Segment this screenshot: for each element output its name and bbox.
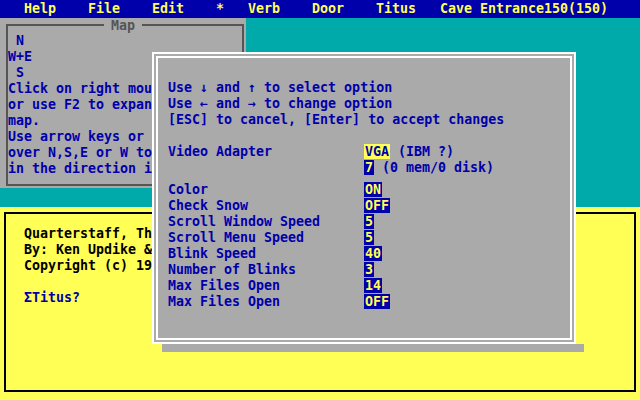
option-label: Number of Blinks	[168, 262, 296, 277]
option-value[interactable]: 3	[364, 262, 374, 277]
menu-item[interactable]: Cave Entrance	[440, 1, 544, 17]
dialog-instructions: Use ↓ and ↑ to select option Use ← and →…	[168, 80, 504, 128]
dialog-instruction-line: Use ← and → to change option	[168, 96, 504, 112]
option-suffix: (0 mem/0 disk)	[374, 160, 494, 175]
dialog-shadow	[162, 344, 584, 352]
option-value-group: 40	[364, 246, 382, 262]
option-value[interactable]: 5	[364, 230, 374, 245]
map-help-line: Use arrow keys or	[8, 129, 152, 145]
option-value-group: OFF	[364, 198, 390, 214]
menu-item[interactable]: Edit	[152, 1, 184, 17]
option-row[interactable]: Scroll Window Speed 5	[154, 214, 574, 230]
compass-north[interactable]: N	[8, 33, 24, 49]
map-help-line: or use F2 to expan	[8, 97, 152, 113]
menu-bar: Help File Edit * Verb Door Titus Cave En…	[0, 0, 640, 18]
option-row[interactable]: Max Files Open 14	[154, 278, 574, 294]
option-row[interactable]: Video Adapter VGA (IBM ?)	[154, 144, 574, 160]
option-value[interactable]: OFF	[364, 294, 390, 309]
menu-item[interactable]: Help	[24, 1, 56, 17]
option-row[interactable]: Max Files Open OFF	[154, 294, 574, 310]
map-window-title: Map	[104, 18, 142, 34]
option-suffix: (IBM ?)	[390, 144, 454, 159]
option-label: Max Files Open	[168, 294, 280, 309]
option-value[interactable]: 5	[364, 214, 374, 229]
compass-south[interactable]: S	[8, 65, 24, 81]
option-value[interactable]: 7	[364, 160, 374, 175]
option-value-group: VGA (IBM ?)	[364, 144, 454, 160]
option-label: Color	[168, 182, 208, 197]
message-line: Copyright (c) 1988	[24, 258, 168, 274]
option-value-group: 14	[364, 278, 382, 294]
option-row[interactable]: 7 (0 mem/0 disk)	[154, 160, 574, 176]
message-line: Quarterstaff, The	[24, 226, 168, 242]
option-label: Check Snow	[168, 198, 248, 213]
command-prompt[interactable]: ΣTitus?	[24, 290, 80, 306]
menu-item[interactable]: *	[216, 1, 224, 17]
option-value-group: 5	[364, 230, 374, 246]
dialog-instruction-line: Use ↓ and ↑ to select option	[168, 80, 504, 96]
option-row[interactable]: Check Snow OFF	[154, 198, 574, 214]
map-help-line: in the direction i	[8, 161, 152, 177]
option-label: Scroll Window Speed	[168, 214, 320, 229]
option-label: Video Adapter	[168, 144, 272, 159]
option-row[interactable]: Blink Speed 40	[154, 246, 574, 262]
option-value-group: OFF	[364, 294, 390, 310]
option-value[interactable]: VGA	[364, 144, 390, 159]
option-value[interactable]: ON	[364, 182, 382, 197]
screen: Help File Edit * Verb Door Titus Cave En…	[0, 0, 640, 400]
menu-item[interactable]: File	[88, 1, 120, 17]
options-dialog: Use ↓ and ↑ to select option Use ← and →…	[152, 52, 576, 344]
option-value[interactable]: 40	[364, 246, 382, 261]
message-line: By: Ken Updike & S	[24, 242, 168, 258]
option-value-group: ON	[364, 182, 382, 198]
option-value[interactable]: 14	[364, 278, 382, 293]
compass-west-east[interactable]: W+E	[8, 49, 32, 65]
option-row[interactable]: Scroll Menu Speed 5	[154, 230, 574, 246]
option-value-group: 5	[364, 214, 374, 230]
menu-item[interactable]: Door	[312, 1, 344, 17]
option-value[interactable]: OFF	[364, 198, 390, 213]
option-value-group: 3	[364, 262, 374, 278]
menu-item[interactable]: 150(150)	[544, 1, 608, 17]
option-row[interactable]: Color ON	[154, 182, 574, 198]
option-label: Blink Speed	[168, 246, 256, 261]
map-help-text: Click on right mou or use F2 to expan ma…	[8, 81, 152, 177]
dialog-instruction-line: [ESC] to cancel, [Enter] to accept chang…	[168, 112, 504, 128]
option-value-group: 7 (0 mem/0 disk)	[364, 160, 494, 176]
option-label: Max Files Open	[168, 278, 280, 293]
map-help-line: over N,S,E or W to	[8, 145, 152, 161]
message-text: Quarterstaff, The By: Ken Updike & S Cop…	[24, 226, 168, 274]
option-label: Scroll Menu Speed	[168, 230, 304, 245]
menu-item[interactable]: Titus	[376, 1, 416, 17]
menu-item[interactable]: Verb	[248, 1, 280, 17]
dialog-options-list: Video Adapter VGA (IBM ?) 7 (0 mem/0 dis…	[154, 144, 574, 310]
option-row[interactable]: Number of Blinks 3	[154, 262, 574, 278]
map-help-line: map.	[8, 113, 152, 129]
map-help-line: Click on right mou	[8, 81, 152, 97]
